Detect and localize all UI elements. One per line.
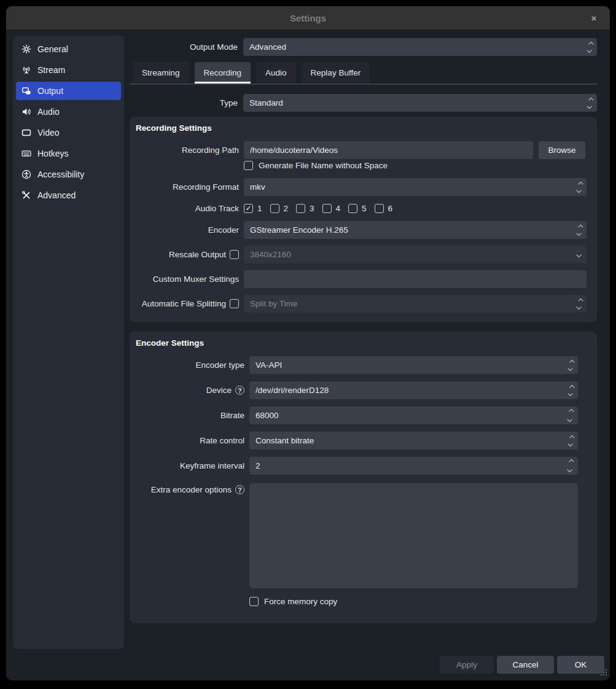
sidebar-item-hotkeys[interactable]: Hotkeys <box>16 144 121 163</box>
audio-track-4-checkbox[interactable] <box>322 204 332 213</box>
audio-track-number: 1 <box>257 204 262 213</box>
force-memory-copy-label: Force memory copy <box>264 597 337 606</box>
extra-options-row: Extra encoder options ? <box>130 483 597 588</box>
chevron-updown-icon[interactable] <box>583 38 597 56</box>
generate-no-space-checkbox[interactable] <box>244 161 253 170</box>
rescale-output-checkbox[interactable] <box>230 250 239 259</box>
resize-grip[interactable] <box>600 668 607 679</box>
bitrate-label: Bitrate <box>130 411 244 420</box>
audio-track-number: 6 <box>388 204 393 213</box>
spin-up-icon[interactable] <box>569 460 572 464</box>
bitrate-spinbox[interactable]: 68000 <box>249 407 578 424</box>
auto-split-value: Split by Time <box>250 299 297 308</box>
output-tabs: StreamingRecordingAudioReplay Buffer <box>130 62 597 84</box>
rescale-output-row: Rescale Output 3840x2160 <box>130 246 597 263</box>
rate-control-select[interactable]: Constant bitrate <box>249 432 578 450</box>
tab-audio[interactable]: Audio <box>256 62 296 84</box>
generate-no-space-row: Generate File Name without Space <box>244 161 597 170</box>
spin-down-icon[interactable] <box>569 468 572 472</box>
recording-path-label: Recording Path <box>130 146 239 155</box>
audio-track-2: 2 <box>270 204 289 213</box>
tab-replay-buffer[interactable]: Replay Buffer <box>302 62 370 84</box>
audio-track-2-checkbox[interactable] <box>270 204 279 213</box>
output-mode-value: Advanced <box>249 42 286 52</box>
help-icon[interactable]: ? <box>235 386 244 395</box>
audio-track-3-checkbox[interactable] <box>296 204 305 213</box>
recording-format-row: Recording Format mkv <box>130 178 597 196</box>
recording-format-select[interactable]: mkv <box>244 178 587 196</box>
rate-control-row: Rate control Constant bitrate <box>130 432 597 450</box>
rescale-resolution-select[interactable]: 3840x2160 <box>244 246 587 263</box>
output-mode-select[interactable]: Advanced <box>243 38 597 56</box>
chevron-updown-icon[interactable] <box>583 94 597 112</box>
sidebar-item-stream[interactable]: Stream <box>16 61 121 79</box>
encoder-type-select[interactable]: VA-API <box>249 356 578 374</box>
audio-track-5-checkbox[interactable] <box>348 204 357 213</box>
recording-format-value: mkv <box>250 182 265 192</box>
encoder-select[interactable]: GStreamer Encoder H.265 <box>244 221 587 239</box>
encoder-row: Encoder GStreamer Encoder H.265 <box>130 221 597 239</box>
keyframe-interval-spinbox[interactable]: 2 <box>249 457 578 475</box>
sidebar-item-audio[interactable]: Audio <box>16 103 121 121</box>
recording-settings-title: Recording Settings <box>130 117 597 133</box>
audio-track-1-checkbox[interactable] <box>244 204 253 213</box>
device-row: Device ? /dev/dri/renderD128 <box>130 381 597 399</box>
speaker-icon <box>21 107 31 117</box>
rate-control-value: Constant bitrate <box>255 436 314 445</box>
output-icon <box>21 86 31 96</box>
chevron-updown-icon[interactable] <box>564 432 578 450</box>
rescale-resolution-value: 3840x2160 <box>250 250 291 259</box>
audio-track-number: 5 <box>362 204 367 213</box>
titlebar[interactable]: Settings × <box>6 6 610 29</box>
chevron-updown-icon[interactable] <box>572 178 587 196</box>
spin-up-icon[interactable] <box>569 410 572 413</box>
recording-path-input[interactable]: /home/ducoterra/Videos <box>244 141 533 159</box>
audio-track-6-checkbox[interactable] <box>375 204 384 213</box>
audio-track-label: Audio Track <box>130 204 239 213</box>
keyframe-interval-row: Keyframe interval 2 <box>130 457 597 475</box>
auto-split-checkbox[interactable] <box>230 299 239 308</box>
tab-streaming[interactable]: Streaming <box>133 62 189 84</box>
cancel-button[interactable]: Cancel <box>497 656 554 674</box>
close-icon[interactable]: × <box>587 6 601 29</box>
sidebar-item-output[interactable]: Output <box>16 82 121 100</box>
audio-track-row: Audio Track 123456 <box>130 196 597 221</box>
apply-button[interactable]: Apply <box>440 656 494 674</box>
type-row: Type Standard <box>130 94 597 112</box>
spin-down-icon[interactable] <box>569 418 572 421</box>
chevron-updown-icon[interactable] <box>564 381 578 399</box>
monitor-icon <box>21 128 31 138</box>
sidebar-item-general[interactable]: General <box>16 40 121 58</box>
chevron-updown-icon[interactable] <box>572 295 587 313</box>
force-memory-copy-checkbox[interactable] <box>249 597 259 606</box>
ok-button[interactable]: OK <box>557 656 604 674</box>
tab-pane-divider <box>130 84 597 85</box>
type-select[interactable]: Standard <box>243 94 597 112</box>
custom-muxer-label: Custom Muxer Settings <box>130 274 239 284</box>
encoder-value: GStreamer Encoder H.265 <box>250 225 348 235</box>
auto-split-select[interactable]: Split by Time <box>244 295 587 313</box>
audio-track-3: 3 <box>296 204 314 213</box>
bitrate-value: 68000 <box>255 411 279 420</box>
output-mode-label: Output Mode <box>130 42 238 52</box>
tools-icon <box>21 190 31 200</box>
keyboard-icon <box>21 149 31 158</box>
tab-recording[interactable]: Recording <box>195 62 251 84</box>
dialog-footer: Apply Cancel OK <box>440 656 604 674</box>
sidebar-item-video[interactable]: Video <box>16 123 121 142</box>
audio-track-5: 5 <box>348 204 367 213</box>
sidebar-item-accessibility[interactable]: Accessibility <box>16 165 121 184</box>
help-icon[interactable]: ? <box>235 485 244 494</box>
chevron-updown-icon[interactable] <box>572 221 587 239</box>
chevron-updown-icon[interactable] <box>564 356 578 374</box>
browse-button[interactable]: Browse <box>539 141 585 159</box>
device-select[interactable]: /dev/dri/renderD128 <box>249 381 578 399</box>
recording-path-row: Recording Path /home/ducoterra/Videos Br… <box>130 141 597 159</box>
extra-options-textarea[interactable] <box>249 483 578 588</box>
rescale-output-label: Rescale Output <box>130 250 239 259</box>
chevron-down-icon[interactable] <box>578 246 582 263</box>
sidebar-item-advanced[interactable]: Advanced <box>16 186 121 204</box>
audio-track-number: 3 <box>310 204 314 213</box>
generate-no-space-label: Generate File Name without Space <box>259 161 388 170</box>
custom-muxer-input[interactable] <box>244 270 587 288</box>
